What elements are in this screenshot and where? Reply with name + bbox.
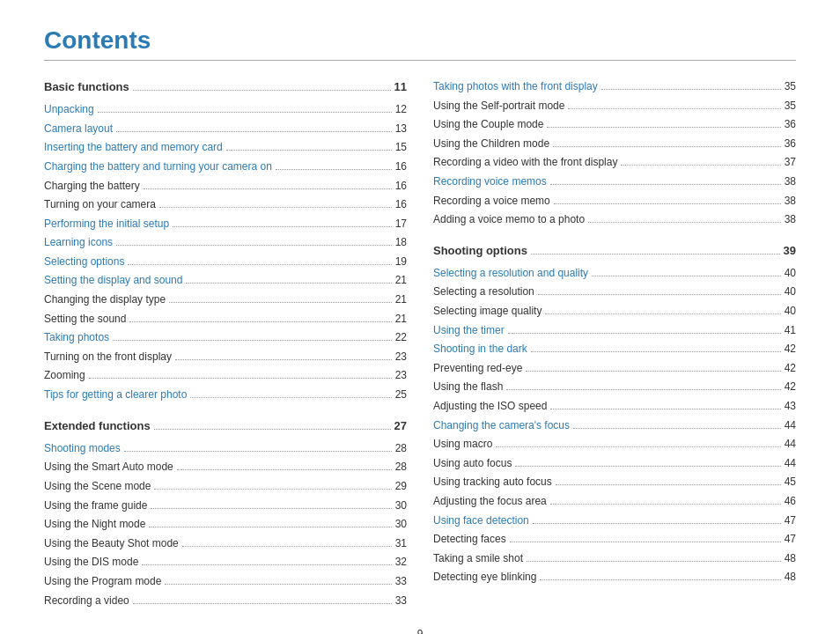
toc-entry-num: 28 xyxy=(395,440,407,457)
toc-entry-label: Recording a voice memo xyxy=(433,193,550,210)
toc-entry-num: 46 xyxy=(785,493,796,510)
toc-dots xyxy=(154,489,391,490)
toc-entry: Turning on your camera16 xyxy=(44,196,407,213)
toc-entry: Selecting a resolution and quality40 xyxy=(433,265,796,282)
toc-entry: Using tracking auto focus45 xyxy=(433,474,796,490)
toc-dots xyxy=(89,378,392,379)
toc-entry-label: Using the Children mode xyxy=(433,136,549,152)
toc-entry: Using the timer41 xyxy=(433,322,796,339)
toc-entry-label: Recording voice memos xyxy=(433,173,547,190)
toc-entry-label: Selecting image quality xyxy=(433,303,542,320)
toc-dots xyxy=(144,188,392,189)
toc-entry-num: 19 xyxy=(395,254,407,270)
toc-entry-num: 16 xyxy=(395,158,407,175)
toc-dots xyxy=(531,254,780,254)
toc-entry-label: Selecting a resolution and quality xyxy=(433,265,588,282)
toc-dots xyxy=(154,429,391,430)
toc-entry: Learning icons18 xyxy=(44,234,407,251)
toc-dots xyxy=(527,561,781,562)
toc-entry: Shooting modes28 xyxy=(44,440,407,457)
toc-entry: Taking photos22 xyxy=(44,329,407,346)
toc-dots xyxy=(186,283,391,284)
toc-entry-num: 28 xyxy=(395,459,407,476)
toc-entry-label: Zooming xyxy=(44,367,85,384)
toc-entry-label: Using tracking auto focus xyxy=(433,474,552,490)
toc-entry-num: 41 xyxy=(785,322,796,339)
toc-entry: Unpacking12 xyxy=(44,101,407,118)
toc-entry-num: 36 xyxy=(785,136,796,152)
toc-entry-num: 47 xyxy=(785,512,796,529)
toc-section: Shooting options39Selecting a resolution… xyxy=(433,242,796,586)
toc-entry-num: 35 xyxy=(785,98,796,114)
page-number: 9 xyxy=(44,628,796,634)
section-heading-num: 27 xyxy=(394,417,407,435)
toc-entry: Recording a video with the front display… xyxy=(433,154,796,171)
toc-entry: Using the Scene mode29 xyxy=(44,478,407,495)
toc-dots xyxy=(553,146,781,147)
toc-entry-label: Performing the initial setup xyxy=(44,216,169,232)
toc-entry: Using the DIS mode32 xyxy=(44,554,407,571)
toc-dots xyxy=(601,89,781,90)
toc-entry-num: 23 xyxy=(395,349,407,365)
toc-entry-label: Changing the display type xyxy=(44,291,166,308)
toc-entry: Shooting in the dark42 xyxy=(433,341,796,358)
toc-dots xyxy=(142,564,391,565)
toc-entry-label: Learning icons xyxy=(44,234,113,251)
toc-entry-label: Setting the display and sound xyxy=(44,272,182,289)
toc-entry-label: Using the Program mode xyxy=(44,573,161,590)
toc-entry: Setting the display and sound21 xyxy=(44,272,407,289)
section-heading-label: Extended functions xyxy=(44,417,151,435)
toc-dots xyxy=(547,127,780,128)
toc-dots xyxy=(496,446,780,447)
toc-entry-num: 38 xyxy=(785,173,796,190)
toc-entry-num: 40 xyxy=(785,303,796,320)
toc-dots xyxy=(510,542,781,542)
toc-entry: Using the Beauty Shot mode31 xyxy=(44,535,407,552)
toc-dots xyxy=(508,333,781,334)
toc-dots xyxy=(113,340,392,341)
toc-entry-label: Using the timer xyxy=(433,322,505,339)
toc-dots xyxy=(175,359,392,360)
toc-columns: Basic functions11Unpacking12Camera layou… xyxy=(44,78,796,612)
toc-entry-label: Adjusting the ISO speed xyxy=(433,398,547,415)
toc-entry-label: Using the DIS mode xyxy=(44,554,138,571)
toc-dots xyxy=(173,226,392,227)
toc-dots xyxy=(573,428,781,429)
section-heading-num: 39 xyxy=(784,242,796,260)
toc-entry-label: Using the Night mode xyxy=(44,516,145,533)
toc-entry-label: Using the Beauty Shot mode xyxy=(44,535,179,552)
toc-entry-label: Detecting faces xyxy=(433,531,506,548)
toc-entry-label: Camera layout xyxy=(44,121,113,137)
toc-dots xyxy=(149,527,391,527)
toc-dots xyxy=(533,523,781,524)
toc-entry: Using the Self-portrait mode35 xyxy=(433,98,796,114)
toc-dots xyxy=(550,409,780,409)
toc-entry-num: 21 xyxy=(395,291,407,308)
toc-entry-label: Setting the sound xyxy=(44,311,126,328)
toc-entry: Using the Night mode30 xyxy=(44,516,407,533)
toc-entry: Adjusting the ISO speed43 xyxy=(433,398,796,415)
toc-dots xyxy=(116,245,392,246)
toc-entry: Selecting a resolution40 xyxy=(433,284,796,300)
toc-entry-num: 16 xyxy=(395,196,407,213)
toc-entry: Camera layout13 xyxy=(44,121,407,137)
toc-entry-num: 40 xyxy=(785,265,796,282)
toc-dots xyxy=(554,203,781,204)
toc-dots xyxy=(545,313,780,314)
toc-section: Extended functions27Shooting modes28Usin… xyxy=(44,417,407,608)
section-heading: Basic functions11 xyxy=(44,78,407,96)
section-heading-num: 11 xyxy=(394,78,407,96)
toc-entry: Using auto focus44 xyxy=(433,455,796,472)
section-heading: Shooting options39 xyxy=(433,242,796,260)
toc-entry-label: Using the flash xyxy=(433,379,503,395)
toc-entry-num: 48 xyxy=(785,550,796,567)
toc-entry: Using the flash42 xyxy=(433,379,796,395)
toc-entry-label: Turning on the front display xyxy=(44,349,172,365)
toc-entry-num: 35 xyxy=(785,78,796,95)
toc-entry: Detecting faces47 xyxy=(433,531,796,548)
toc-dots xyxy=(151,508,391,509)
page-title: Contents xyxy=(44,26,796,55)
toc-entry-num: 29 xyxy=(395,478,407,495)
toc-entry-num: 33 xyxy=(395,593,407,609)
toc-entry-num: 31 xyxy=(395,535,407,552)
